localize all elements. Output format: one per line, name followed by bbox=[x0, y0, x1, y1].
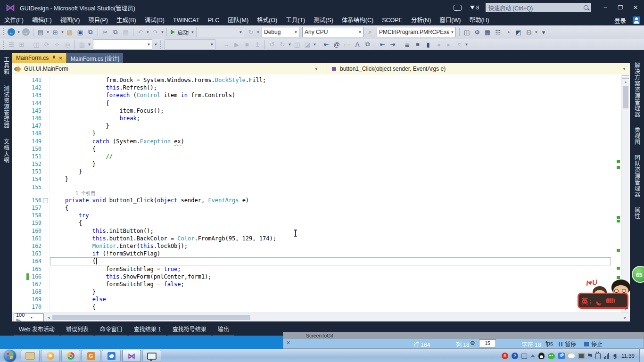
code-text[interactable]: formSwitchFlag = true; bbox=[50, 265, 611, 273]
panel-tab[interactable]: 查找结果 1 bbox=[129, 321, 166, 337]
code-line[interactable]: 162 Monitor.Enter(this.lockObj); bbox=[12, 242, 611, 250]
tray-action-center-icon[interactable] bbox=[588, 354, 592, 358]
breakpoint-margin[interactable] bbox=[12, 153, 27, 160]
uncomment-lines-icon[interactable]: ≡ bbox=[413, 39, 423, 49]
chevron-down-icon[interactable]: ▼ bbox=[87, 39, 91, 49]
navigate-backward-code-icon[interactable]: ⇤ bbox=[321, 39, 331, 49]
panel-tab[interactable]: 命令窗口 bbox=[95, 321, 127, 337]
code-text[interactable]: this.initButton(); bbox=[50, 227, 611, 235]
taskbar-app-blue[interactable] bbox=[102, 350, 121, 362]
extensions-icon[interactable]: ⊡ bbox=[524, 27, 534, 37]
breakpoint-margin[interactable] bbox=[12, 296, 27, 303]
menu-item[interactable]: 窗口(W) bbox=[435, 15, 465, 25]
tray-window-icon[interactable] bbox=[521, 354, 527, 359]
code-text[interactable]: } bbox=[50, 130, 611, 137]
breakpoint-margin[interactable] bbox=[12, 76, 27, 84]
tray-qq-icon[interactable] bbox=[538, 353, 545, 359]
notifications-button[interactable]: 8 bbox=[470, 5, 479, 10]
code-line[interactable]: 161 this.button1.BackColor = Color.FromA… bbox=[12, 235, 611, 242]
breakpoint-margin[interactable] bbox=[12, 175, 27, 183]
panel-tab[interactable]: 查找符号结果 bbox=[168, 321, 211, 337]
collapse-icon[interactable]: – bbox=[43, 198, 48, 203]
moon-icon[interactable] bbox=[597, 297, 603, 304]
increase-indent-icon[interactable]: ⇥ bbox=[388, 39, 398, 49]
minimize-button[interactable]: – bbox=[599, 2, 612, 13]
menu-item[interactable]: 编辑(E) bbox=[28, 15, 56, 25]
ime-punct-label[interactable]: ； bbox=[589, 297, 594, 305]
scrollbar-thumb[interactable] bbox=[623, 86, 628, 108]
side-tab[interactable]: 测试资源管理器 bbox=[2, 82, 10, 132]
code-line[interactable]: 170 { bbox=[12, 303, 611, 311]
taskbar-app-screentogif[interactable] bbox=[142, 350, 161, 362]
chevron-down-icon[interactable]: ▼ bbox=[146, 42, 152, 47]
chevron-down-icon[interactable]: ▼ bbox=[256, 27, 260, 37]
code-line[interactable]: 149 catch (System.Exception ex) bbox=[12, 138, 611, 145]
chevron-down-icon[interactable]: ▼ bbox=[314, 67, 318, 71]
code-line[interactable]: 155 bbox=[12, 183, 611, 191]
code-line[interactable]: 164 { bbox=[12, 257, 611, 265]
codelens-references[interactable]: 1 个引用 bbox=[12, 191, 95, 197]
breakpoint-margin[interactable] bbox=[12, 280, 27, 288]
code-text[interactable]: { bbox=[50, 145, 611, 153]
code-text[interactable]: if (!formSwitchFlag) bbox=[50, 250, 611, 257]
chevron-down-icon[interactable]: ▼ bbox=[238, 30, 244, 34]
toolbar-grip[interactable] bbox=[2, 40, 5, 49]
ime-mode-label[interactable]: 英 bbox=[581, 296, 588, 305]
gear-icon[interactable]: ⚙ bbox=[470, 340, 475, 346]
user-avatar-icon[interactable] bbox=[633, 16, 640, 24]
fps-stepper[interactable]: 15 bbox=[479, 339, 496, 347]
member-dropdown[interactable]: button1_Click(object sender, EventArgs e… bbox=[327, 66, 630, 72]
breakpoint-margin[interactable] bbox=[12, 288, 27, 296]
code-line[interactable]: 147 } bbox=[12, 122, 611, 130]
side-tab[interactable]: 类视图 bbox=[633, 123, 641, 149]
run-target-combo[interactable]: ▼ bbox=[196, 27, 244, 37]
side-tab[interactable]: 团队资源管理器 bbox=[633, 151, 641, 201]
open-file-icon[interactable]: ▨ bbox=[65, 27, 75, 37]
new-project-icon[interactable]: ▤ bbox=[35, 27, 46, 37]
scroll-left-icon[interactable]: ◀ bbox=[46, 314, 51, 321]
side-tab[interactable]: 文档大纲 bbox=[2, 135, 10, 167]
code-text[interactable]: { bbox=[50, 99, 611, 107]
code-line[interactable]: 153 } bbox=[12, 168, 611, 175]
panel-tab[interactable]: Web 发布活动 bbox=[14, 321, 59, 337]
code-text[interactable]: } bbox=[50, 288, 611, 296]
object-browser-icon[interactable]: ▦ bbox=[482, 27, 493, 37]
attach-to-process-icon[interactable]: ⌕ bbox=[365, 27, 375, 37]
code-lines[interactable]: 141 frm.Dock = System.Windows.Forms.Dock… bbox=[12, 74, 611, 311]
start-debug-button[interactable]: 启动 bbox=[169, 27, 190, 37]
side-tab[interactable]: 属性 bbox=[633, 203, 641, 223]
code-text[interactable]: Monitor.Enter(this.lockObj); bbox=[50, 242, 611, 250]
chevron-down-icon[interactable]: ▼ bbox=[60, 27, 65, 37]
breakpoint-margin[interactable] bbox=[12, 227, 27, 235]
chevron-down-icon[interactable]: ▼ bbox=[622, 67, 626, 71]
breakpoint-margin[interactable] bbox=[12, 257, 27, 265]
tray-weather-icon[interactable] bbox=[568, 354, 575, 358]
stop-button[interactable]: 停止 bbox=[584, 340, 603, 348]
chevron-down-icon[interactable]: ▼ bbox=[17, 27, 21, 37]
tray-sogou-icon[interactable]: S bbox=[502, 353, 508, 359]
menu-item[interactable]: 团队(M) bbox=[223, 15, 253, 25]
code-text[interactable]: { bbox=[50, 219, 611, 227]
code-line[interactable]: 165 formSwitchFlag = true; bbox=[12, 265, 611, 273]
code-line[interactable]: 159 { bbox=[12, 219, 611, 227]
taskbar-clock[interactable]: 11:39 bbox=[621, 353, 635, 359]
code-text[interactable]: try bbox=[50, 212, 611, 219]
code-line[interactable]: 157 { bbox=[12, 204, 611, 212]
panel-tab[interactable]: 错误列表 bbox=[61, 321, 93, 337]
startup-projects-combo[interactable]: PMCtrlProgram.PMRCPExecu▼ bbox=[377, 27, 456, 37]
code-line[interactable]: 154 } bbox=[12, 175, 611, 183]
solution-explorer-icon[interactable]: ◫ bbox=[462, 27, 472, 37]
highlight-icon[interactable]: ▭ bbox=[342, 39, 352, 49]
sign-in-link[interactable]: 登录 bbox=[614, 16, 626, 25]
breakpoint-margin[interactable] bbox=[12, 235, 27, 242]
code-line[interactable]: 150 { bbox=[12, 145, 611, 153]
code-line[interactable]: 146 break; bbox=[12, 115, 611, 122]
chevron-down-icon[interactable]: ▼ bbox=[449, 30, 455, 34]
screentogif-titlebar[interactable]: ScreenToGif bbox=[283, 332, 644, 339]
chevron-down-icon[interactable]: ▼ bbox=[160, 27, 165, 37]
feedback-icon[interactable] bbox=[454, 5, 462, 11]
code-text[interactable]: } bbox=[50, 160, 611, 168]
navigate-forward-icon[interactable]: → bbox=[21, 27, 31, 37]
breakpoint-margin[interactable] bbox=[12, 99, 27, 107]
code-text[interactable]: } bbox=[50, 175, 611, 183]
